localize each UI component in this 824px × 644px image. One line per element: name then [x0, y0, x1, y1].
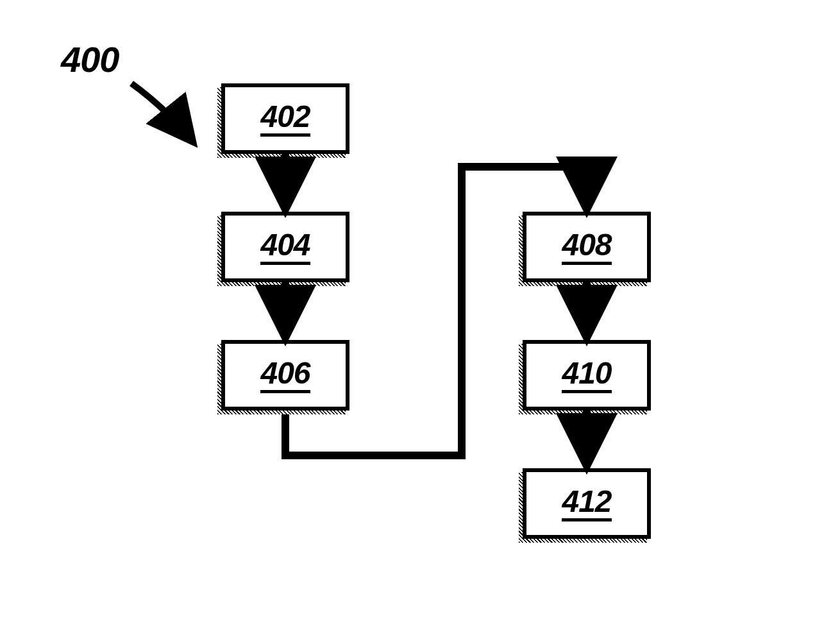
title-pointer-arrow [131, 83, 192, 141]
box-label: 402 [260, 101, 310, 137]
flowchart-canvas: 400 402 404 406 408 410 412 [0, 0, 824, 644]
figure-reference-label: 400 [61, 38, 119, 80]
box-label: 410 [562, 358, 611, 393]
process-box-410: 410 [523, 340, 651, 411]
process-box-412: 412 [523, 468, 651, 539]
box-label: 408 [562, 230, 611, 265]
box-face: 404 [221, 212, 349, 282]
box-face: 402 [221, 83, 349, 154]
process-box-402: 402 [221, 83, 349, 154]
box-face: 412 [523, 468, 651, 539]
box-label: 404 [260, 230, 310, 265]
box-face: 408 [523, 212, 651, 282]
process-box-404: 404 [221, 212, 349, 282]
connectors [0, 0, 824, 644]
box-label: 412 [562, 486, 611, 521]
box-label: 406 [260, 358, 310, 393]
box-face: 406 [221, 340, 349, 411]
process-box-406: 406 [221, 340, 349, 411]
box-face: 410 [523, 340, 651, 411]
process-box-408: 408 [523, 212, 651, 282]
